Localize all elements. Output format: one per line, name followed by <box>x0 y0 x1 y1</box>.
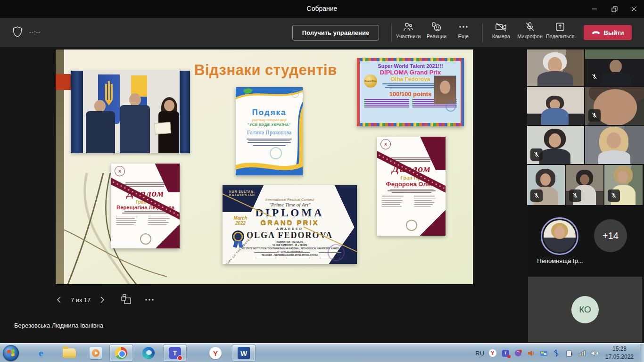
more-label: Еще <box>458 33 469 39</box>
slide: Відзнаки студентів <box>56 49 473 284</box>
mic-label: Микрофон <box>517 33 543 39</box>
signatures <box>377 196 446 207</box>
meeting-timer: --:-- <box>29 29 41 36</box>
taskbar-edge[interactable] <box>137 345 160 362</box>
tray-keyboard-layout-icon[interactable] <box>539 349 548 357</box>
system-tray: RU Y T <box>475 344 599 362</box>
window-controls <box>585 0 644 18</box>
tray-viber-icon[interactable] <box>514 349 522 357</box>
leave-button[interactable]: Выйти <box>584 25 632 40</box>
taskbar-yandex[interactable]: Y <box>204 345 227 362</box>
self-initials-avatar: КО <box>571 296 599 323</box>
participant-video[interactable] <box>566 165 603 205</box>
featured-participant-name: Непомняща Ір... <box>527 257 593 264</box>
tray-bluetooth-icon[interactable] <box>552 349 561 357</box>
mic-off-icon <box>524 22 536 32</box>
swt-subheading: DIPLOMA Grand Prix <box>360 69 461 76</box>
tray-yandex-icon[interactable]: Y <box>488 349 497 357</box>
photo-person <box>118 93 152 153</box>
swt-medal: Grand Prix <box>364 74 377 88</box>
tray-volume-mixer-icon[interactable] <box>527 349 535 357</box>
taskbar-word[interactable]: W <box>232 345 256 362</box>
toolbar-divider <box>391 24 392 42</box>
slide-title: Відзнаки студентів <box>194 62 350 79</box>
page-indicator: 7 из 17 <box>71 296 91 304</box>
slide-navigation: 7 из 17 <box>56 292 155 307</box>
mic-muted-icon <box>530 189 543 202</box>
mic-muted-icon <box>588 109 601 122</box>
swt-certificate: Super World Talent 2021!!! DIPLOMA Grand… <box>357 58 464 126</box>
taskbar-media-player[interactable] <box>84 345 107 362</box>
gp-location: NUR-SULTAN, KAZAKHSTAN <box>229 190 281 197</box>
photo-person <box>85 100 116 153</box>
presentation-stage: Відзнаки студентів <box>0 47 644 343</box>
gp-date: March 2022 <box>230 215 251 226</box>
participant-video[interactable] <box>585 87 644 125</box>
participants-icon <box>403 22 414 32</box>
self-video-tile[interactable]: КО <box>528 277 642 342</box>
take-control-button[interactable]: Получить управление <box>292 25 379 41</box>
minimize-button[interactable] <box>585 0 604 18</box>
tray-network-icon[interactable] <box>578 349 586 357</box>
share-label: Поделиться <box>546 33 575 39</box>
close-button[interactable] <box>624 0 644 18</box>
taskbar-teams[interactable]: T <box>163 345 187 362</box>
participant-video[interactable] <box>527 87 584 125</box>
reactions-label: Реакции <box>427 33 447 39</box>
overflow-participants-badge[interactable]: +14 <box>594 219 627 252</box>
diploma-vereshchahina: X Диплом Гран Прі Верещагіна Людмила <box>111 164 180 248</box>
taskbar-clock[interactable]: 15:28 17.05.2022 <box>601 345 638 361</box>
tray-clipboard-icon[interactable] <box>565 349 573 357</box>
tray-speaker-icon[interactable] <box>590 349 599 357</box>
swt-portrait <box>434 75 456 105</box>
share-icon <box>554 22 566 32</box>
taskbar-chrome[interactable] <box>109 345 133 362</box>
language-indicator[interactable]: RU <box>475 350 484 357</box>
restore-button[interactable] <box>604 0 624 18</box>
start-button[interactable] <box>3 345 19 361</box>
swt-heading: Super World Talent 2021!!! <box>360 63 461 69</box>
share-button[interactable]: Поделиться <box>546 22 574 39</box>
participant-video[interactable] <box>585 49 644 86</box>
clock-date: 17.05.2022 <box>601 353 638 361</box>
toolbar-divider <box>482 24 483 42</box>
windows-logo-icon <box>7 349 15 357</box>
slide-more-button[interactable] <box>144 296 155 304</box>
next-slide-button[interactable] <box>99 296 106 304</box>
participant-video[interactable] <box>604 165 643 205</box>
participants-button[interactable]: Участники <box>394 22 422 39</box>
reactions-icon <box>431 22 442 32</box>
podyaka-logo <box>291 90 299 98</box>
taskbar-file-explorer[interactable] <box>58 345 81 362</box>
slide-grid-button[interactable] <box>121 294 132 305</box>
participant-video[interactable] <box>527 49 584 86</box>
participants-sidebar: +14 Непомняща Ір... КО <box>527 47 644 343</box>
diploma-fedorova: X Диплом Гран Прі Федорова Ольга <box>377 137 446 236</box>
gp-stamp <box>328 244 345 261</box>
swt-stamp <box>446 101 456 112</box>
held-certificate <box>154 122 171 134</box>
featured-participant-avatar[interactable] <box>541 217 578 255</box>
mic-button[interactable]: Микрофон <box>516 22 544 39</box>
title-bar: Собрание <box>0 0 644 18</box>
participant-video[interactable] <box>527 165 565 205</box>
camera-label: Камера <box>492 33 510 39</box>
camera-button[interactable]: Камера <box>487 22 515 39</box>
association-logo: X <box>115 166 125 176</box>
show-desktop-button[interactable] <box>640 344 644 362</box>
tray-teams-icon[interactable]: T <box>501 349 510 357</box>
camera-off-icon <box>495 22 507 32</box>
more-button[interactable]: Еще <box>449 22 478 39</box>
podyaka-bottom-ribbon <box>236 156 303 175</box>
participant-video[interactable] <box>585 126 644 164</box>
presenter-name: Березовська Людмила Іванівна <box>14 322 103 329</box>
taskbar-internet-explorer[interactable]: e <box>29 345 53 362</box>
prev-slide-button[interactable] <box>56 296 62 304</box>
mic-muted-icon <box>569 189 581 202</box>
teams-meeting-window: Собрание --:-- Получить управление У <box>0 0 644 362</box>
participant-video[interactable] <box>527 126 584 164</box>
windows-taskbar: e T Y W RU Y T <box>0 343 644 362</box>
reactions-button[interactable]: Реакции <box>422 22 451 39</box>
mic-muted-icon <box>530 148 543 161</box>
participants-label: Участники <box>396 33 421 39</box>
